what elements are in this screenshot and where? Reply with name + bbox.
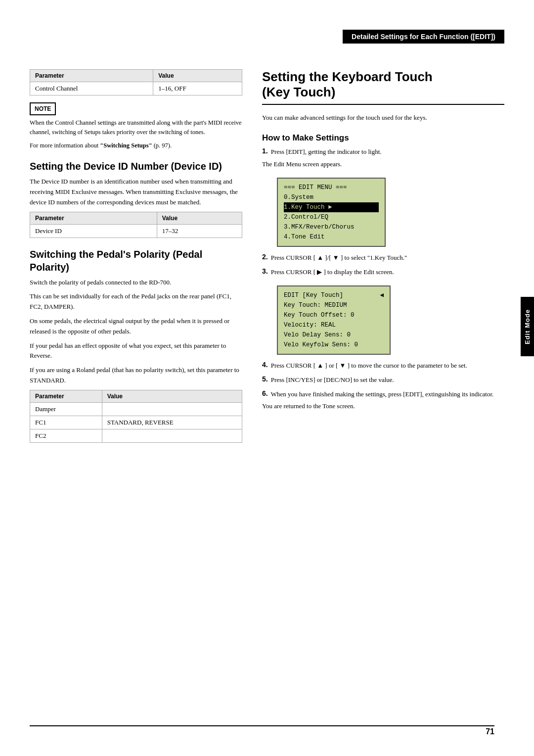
table-row: FC2: [30, 429, 242, 442]
right-column: Setting the Keyboard Touch (Key Touch) Y…: [262, 69, 504, 450]
param-header: Parameter: [30, 212, 157, 224]
value-cell: 1–16, OFF: [153, 82, 242, 95]
side-tab: Edit Mode: [521, 297, 534, 356]
param-header: Parameter: [30, 70, 153, 82]
table-row: Device ID 17–32: [30, 224, 242, 237]
lcd2-line1: Key Touch: MEDIUM: [284, 300, 384, 310]
step-6: 6. When you have finished making the set…: [262, 389, 504, 400]
header-banner-text: Detailed Settings for Each Function ([ED…: [352, 33, 495, 41]
value-cell: STANDARD, REVERSE: [102, 416, 242, 429]
lcd-line1: === EDIT MENU ===: [284, 183, 379, 192]
note-link: For more information about "Switching Se…: [30, 141, 242, 150]
value-cell: [102, 429, 242, 442]
pedal-body2: This can be set individually for each of…: [30, 291, 242, 312]
how-heading: How to Make Settings: [262, 133, 504, 143]
value-cell: 17–32: [157, 224, 242, 237]
pedal-body3: On some pedals, the electrical signal ou…: [30, 316, 242, 337]
pedal-body1: Switch the polarity of pedals connected …: [30, 278, 242, 288]
value-header: Value: [102, 390, 242, 402]
main-heading-line1: Setting the Keyboard Touch: [262, 69, 433, 84]
step-4: 4. Press CURSOR [ ▲ ] or [ ▼ ] to move t…: [262, 361, 504, 371]
step-3: 3. Press CURSOR [ ▶ ] to display the Edi…: [262, 267, 504, 278]
lcd2-line2: Key Touch Offset: 0: [284, 310, 384, 320]
pedal-body5: If you are using a Roland pedal (that ha…: [30, 365, 242, 386]
note-label: NOTE: [30, 102, 56, 115]
step-1-note: The Edit Menu screen appears.: [262, 159, 504, 169]
param-cell: Device ID: [30, 224, 157, 237]
step-2: 2. Press CURSOR [ ▲ ]/[ ▼ ] to select "1…: [262, 253, 504, 263]
param-cell: Control Channel: [30, 82, 153, 95]
pedal-body4: If your pedal has an effect opposite of …: [30, 341, 242, 362]
value-header: Value: [153, 70, 242, 82]
lcd2-line4: Velo Delay Sens: 0: [284, 330, 384, 340]
step-5: 5. Press [INC/YES] or [DEC/NO] to set th…: [262, 375, 504, 385]
param-cell: FC2: [30, 429, 102, 442]
value-cell: [102, 402, 242, 416]
value-header: Value: [157, 212, 242, 224]
table-row: Control Channel 1–16, OFF: [30, 82, 242, 95]
lcd-highlight-line: 1.Key Touch ►: [284, 202, 379, 212]
lcd2-line3: Velocity: REAL: [284, 320, 384, 330]
header-banner: Detailed Settings for Each Function ([ED…: [343, 30, 504, 44]
device-id-table: Parameter Value Device ID 17–32: [30, 212, 242, 238]
intro-text: You can make advanced settings for the t…: [262, 113, 504, 123]
param-header: Parameter: [30, 390, 102, 402]
lcd-screen-2: EDIT [Key Touch] ◀ Key Touch: MEDIUM Key…: [277, 285, 391, 355]
pedal-table: Parameter Value Damper FC1 STANDARD, REV…: [30, 390, 242, 443]
lcd-line6: 4.Tone Edit: [284, 232, 379, 242]
device-id-body: The Device ID number is an identificatio…: [30, 177, 242, 207]
note-text: When the Control Channel settings are tr…: [30, 118, 242, 137]
lcd-line5: 3.MFX/Reverb/Chorus: [284, 222, 379, 232]
pedal-heading: Switching the Pedal's Polarity (Pedal Po…: [30, 248, 242, 274]
table-row: Damper: [30, 402, 242, 416]
step-1: 1. Press [EDIT], getting the indicator t…: [262, 147, 504, 157]
page-container: Detailed Settings for Each Function ([ED…: [0, 0, 534, 756]
param-cell: FC1: [30, 416, 102, 429]
lcd-line2: 0.System: [284, 192, 379, 202]
page-number: 71: [486, 727, 494, 736]
lcd2-line5: Velo Keyfolw Sens: 0: [284, 340, 384, 350]
two-col-layout: Parameter Value Control Channel 1–16, OF…: [30, 69, 504, 450]
bottom-divider: [30, 725, 494, 726]
control-channel-table: Parameter Value Control Channel 1–16, OF…: [30, 69, 242, 95]
left-column: Parameter Value Control Channel 1–16, OF…: [30, 69, 242, 450]
step-6-note: You are returned to the Tone screen.: [262, 401, 504, 411]
table-row: FC1 STANDARD, REVERSE: [30, 416, 242, 429]
lcd-line4: 2.Control/EQ: [284, 212, 379, 222]
main-heading: Setting the Keyboard Touch (Key Touch): [262, 69, 504, 105]
main-heading-line2: (Key Touch): [262, 85, 335, 99]
param-cell: Damper: [30, 402, 102, 416]
lcd-screen-1: === EDIT MENU === 0.System 1.Key Touch ►…: [277, 178, 386, 247]
device-id-heading: Setting the Device ID Number (Device ID): [30, 160, 242, 173]
lcd2-title: EDIT [Key Touch] ◀: [284, 290, 384, 300]
